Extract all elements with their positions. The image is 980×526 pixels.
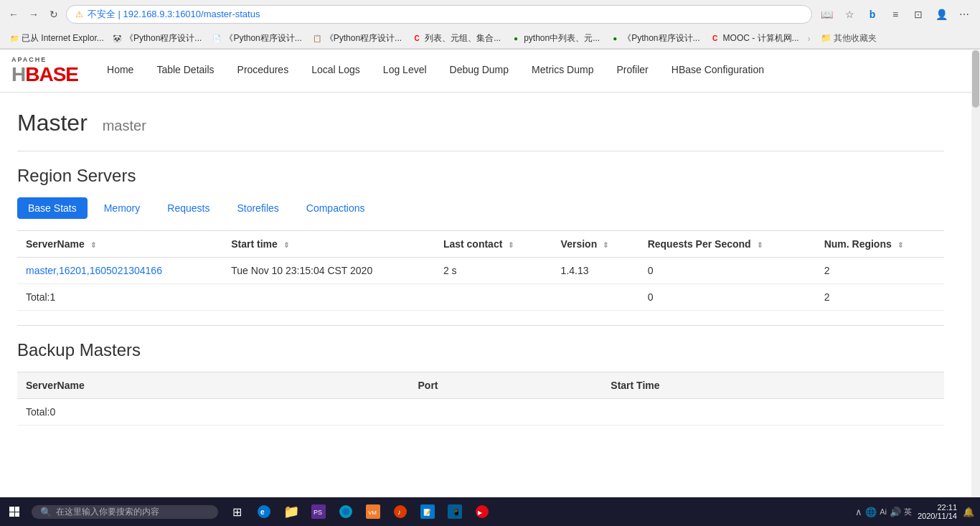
- bookmark-item[interactable]: ● 《Python程序设计...: [606, 31, 704, 46]
- cell-num-regions: 2: [816, 258, 944, 284]
- wechat-icon: ●: [511, 34, 521, 44]
- clipboard-icon: 📋: [312, 34, 322, 44]
- backup-header-row: ServerName Port Start Time: [17, 372, 944, 399]
- app-logo: APACHE HBASE: [11, 56, 78, 86]
- bookmark-item[interactable]: C 列表、元组、集合...: [407, 31, 505, 46]
- bookmark-item[interactable]: 📄 《Python程序设计...: [207, 31, 306, 46]
- col-last-contact: Last contact ⇕: [435, 231, 552, 258]
- app-header: APACHE HBASE Home Table Details Procedur…: [0, 50, 980, 93]
- tabs-container: Base Stats Memory Requests Storefiles Co…: [17, 197, 944, 219]
- cell-total-regions: 2: [816, 284, 944, 311]
- tab-requests[interactable]: Requests: [156, 197, 220, 219]
- scrollbar-track[interactable]: [971, 50, 980, 443]
- nav-table-details[interactable]: Table Details: [145, 50, 225, 92]
- nav-log-level[interactable]: Log Level: [372, 50, 438, 92]
- sort-icon: ⇕: [90, 241, 96, 249]
- col-version: Version ⇕: [552, 231, 639, 258]
- table-header-row: ServerName ⇕ Start time ⇕ Last contact ⇕…: [17, 231, 944, 258]
- bookmarks-chevron: ›: [805, 34, 814, 44]
- scrollbar-thumb[interactable]: [972, 50, 979, 108]
- split-view-btn[interactable]: ⊡: [908, 4, 928, 24]
- sort-icon: ⇕: [603, 241, 608, 249]
- bookmark-item[interactable]: 🐼 《Python程序设计...: [108, 31, 206, 46]
- browser-toolbar-right: 📖 ☆ b ≡ ⊡ 👤 ⋯: [816, 4, 974, 24]
- bookmark-item[interactable]: 📋 《Python程序设计...: [308, 31, 406, 46]
- bookmarks-bar: 📁 已从 Internet Explor... 🐼 《Python程序设计...…: [0, 29, 980, 49]
- nav-procedures[interactable]: Procedures: [226, 50, 301, 92]
- bookmarks-right: 📁 其他收藏夹: [815, 32, 877, 44]
- page-title: Master master: [17, 110, 944, 136]
- logo-hbase-text: HBASE: [11, 63, 78, 86]
- translate-btn[interactable]: 📖: [816, 4, 837, 24]
- address-bar[interactable]: ⚠ 不安全 | 192.168.9.3:16010/master-status: [66, 5, 812, 24]
- cell-start-time: Tue Nov 10 23:15:04 CST 2020: [222, 258, 435, 284]
- backup-col-server-name: ServerName: [17, 372, 410, 399]
- divider-2: [17, 325, 944, 326]
- backup-total-port: [410, 399, 603, 426]
- bookmark-item[interactable]: C MOOC - 计算机网...: [706, 31, 804, 46]
- app-nav: Home Table Details Procedures Local Logs…: [95, 50, 776, 92]
- profile-btn[interactable]: 👤: [931, 4, 951, 24]
- tab-compactions[interactable]: Compactions: [296, 197, 376, 219]
- cell-version: 1.4.13: [552, 258, 639, 284]
- bookmark-item[interactable]: 📁 已从 Internet Explor...: [6, 31, 106, 46]
- nav-local-logs[interactable]: Local Logs: [300, 50, 372, 92]
- cell-requests-per-second: 0: [639, 258, 816, 284]
- folder-icon: 📁: [10, 34, 19, 44]
- table-row: master,16201,1605021304166 Tue Nov 10 23…: [17, 258, 944, 284]
- panda-icon: 🐼: [112, 34, 122, 44]
- wechat2-icon: ●: [610, 34, 620, 44]
- col-start-time: Start time ⇕: [222, 231, 435, 258]
- sort-icon: ⇕: [897, 241, 903, 249]
- forward-button[interactable]: →: [26, 6, 42, 22]
- more-btn[interactable]: ⋯: [954, 4, 974, 24]
- nav-debug-dump[interactable]: Debug Dump: [438, 50, 521, 92]
- total-row: Total:1 0 2: [17, 284, 944, 311]
- url-display: 不安全 | 192.168.9.3:16010/master-status: [88, 8, 260, 21]
- nav-home[interactable]: Home: [95, 50, 145, 92]
- col-num-regions: Num. Regions ⇕: [816, 231, 944, 258]
- region-servers-title: Region Servers: [17, 166, 944, 186]
- backup-masters-title: Backup Masters: [17, 340, 944, 360]
- doc-icon: 📄: [212, 34, 222, 44]
- tab-base-stats[interactable]: Base Stats: [17, 197, 88, 219]
- page-subtitle: master: [103, 118, 146, 133]
- sort-icon: ⇕: [283, 241, 289, 249]
- divider-1: [17, 151, 944, 151]
- backup-total-time: [602, 399, 944, 426]
- main-content: Master master Region Servers Base Stats …: [0, 93, 961, 443]
- server-name-link[interactable]: master,16201,1605021304166: [26, 265, 162, 276]
- cell-server-name: master,16201,1605021304166: [17, 258, 222, 284]
- favorites-btn[interactable]: ☆: [839, 4, 859, 24]
- mooc-icon: C: [710, 34, 720, 44]
- sort-icon: ⇕: [508, 241, 514, 249]
- cell-total-label: Total:1: [17, 284, 222, 311]
- backup-total-row: Total:0: [17, 399, 944, 426]
- lock-icon: ⚠: [75, 9, 83, 19]
- nav-metrics-dump[interactable]: Metrics Dump: [520, 50, 605, 92]
- nav-profiler[interactable]: Profiler: [605, 50, 659, 92]
- backup-masters-table: ServerName Port Start Time Total:0: [17, 372, 944, 426]
- bing-btn[interactable]: b: [862, 4, 882, 24]
- cell-total-contact: [435, 284, 552, 311]
- back-button[interactable]: ←: [6, 6, 22, 22]
- tab-storefiles[interactable]: Storefiles: [226, 197, 289, 219]
- bookmark-item[interactable]: ● python中列表、元...: [507, 31, 604, 46]
- other-bookmarks[interactable]: 📁 其他收藏夹: [821, 32, 877, 44]
- backup-col-port: Port: [410, 372, 603, 399]
- red-c-icon: C: [412, 34, 422, 44]
- sort-icon: ⇕: [757, 241, 763, 249]
- nav-hbase-config[interactable]: HBase Configuration: [660, 50, 776, 92]
- backup-col-start-time: Start Time: [602, 372, 944, 399]
- region-servers-table: ServerName ⇕ Start time ⇕ Last contact ⇕…: [17, 230, 944, 311]
- cell-total-requests: 0: [639, 284, 816, 311]
- backup-total-label: Total:0: [17, 399, 410, 426]
- refresh-button[interactable]: ↻: [46, 6, 62, 22]
- col-server-name: ServerName ⇕: [17, 231, 222, 258]
- read-mode-btn[interactable]: ≡: [885, 4, 905, 24]
- cell-total-version: [552, 284, 639, 311]
- cell-total-start: [222, 284, 435, 311]
- tab-memory[interactable]: Memory: [93, 197, 151, 219]
- col-requests-per-second: Requests Per Second ⇕: [639, 231, 816, 258]
- cell-last-contact: 2 s: [435, 258, 552, 284]
